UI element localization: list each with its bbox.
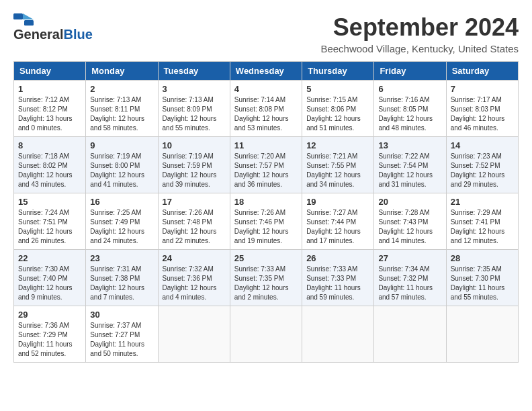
calendar-cell: 21Sunrise: 7:29 AM Sunset: 7:41 PM Dayli… xyxy=(446,193,518,250)
day-info: Sunrise: 7:19 AM Sunset: 7:59 PM Dayligh… xyxy=(163,152,226,189)
day-number: 9 xyxy=(90,140,153,150)
day-info: Sunrise: 7:23 AM Sunset: 7:52 PM Dayligh… xyxy=(451,152,514,189)
day-number: 6 xyxy=(378,84,441,94)
calendar-cell: 1Sunrise: 7:12 AM Sunset: 8:12 PM Daylig… xyxy=(14,81,86,137)
logo: General Blue xyxy=(13,13,93,42)
day-number: 23 xyxy=(90,253,153,263)
calendar-cell: 4Sunrise: 7:14 AM Sunset: 8:08 PM Daylig… xyxy=(230,81,302,137)
day-info: Sunrise: 7:36 AM Sunset: 7:29 PM Dayligh… xyxy=(18,321,81,359)
calendar-cell: 16Sunrise: 7:25 AM Sunset: 7:49 PM Dayli… xyxy=(86,193,158,250)
day-info: Sunrise: 7:22 AM Sunset: 7:54 PM Dayligh… xyxy=(378,152,441,189)
title-section: September 2024 Beechwood Village, Kentuc… xyxy=(320,13,519,54)
day-info: Sunrise: 7:24 AM Sunset: 7:51 PM Dayligh… xyxy=(18,208,81,246)
day-number: 8 xyxy=(18,140,81,150)
day-number: 27 xyxy=(378,253,441,263)
day-info: Sunrise: 7:27 AM Sunset: 7:44 PM Dayligh… xyxy=(306,208,369,246)
day-info: Sunrise: 7:25 AM Sunset: 7:49 PM Dayligh… xyxy=(90,208,153,246)
calendar-cell: 20Sunrise: 7:28 AM Sunset: 7:43 PM Dayli… xyxy=(374,193,446,250)
day-number: 5 xyxy=(306,84,369,94)
calendar-cell xyxy=(230,306,302,363)
day-number: 29 xyxy=(18,310,81,320)
day-info: Sunrise: 7:16 AM Sunset: 8:05 PM Dayligh… xyxy=(378,95,441,133)
day-info: Sunrise: 7:34 AM Sunset: 7:32 PM Dayligh… xyxy=(378,265,441,302)
day-info: Sunrise: 7:37 AM Sunset: 7:27 PM Dayligh… xyxy=(90,321,153,359)
day-info: Sunrise: 7:33 AM Sunset: 7:33 PM Dayligh… xyxy=(306,265,369,302)
day-info: Sunrise: 7:19 AM Sunset: 8:00 PM Dayligh… xyxy=(90,152,153,189)
day-number: 2 xyxy=(90,84,153,94)
day-info: Sunrise: 7:29 AM Sunset: 7:41 PM Dayligh… xyxy=(451,208,514,246)
day-info: Sunrise: 7:33 AM Sunset: 7:35 PM Dayligh… xyxy=(234,265,298,302)
svg-rect-2 xyxy=(24,20,34,26)
calendar-cell xyxy=(158,306,230,363)
day-number: 13 xyxy=(378,140,441,150)
weekday-header-monday: Monday xyxy=(86,62,158,81)
calendar-cell xyxy=(302,306,374,363)
weekday-header-friday: Friday xyxy=(374,62,446,81)
calendar-cell: 3Sunrise: 7:13 AM Sunset: 8:09 PM Daylig… xyxy=(158,81,230,137)
week-row-4: 22Sunrise: 7:30 AM Sunset: 7:40 PM Dayli… xyxy=(14,250,519,306)
day-number: 3 xyxy=(163,84,226,94)
day-info: Sunrise: 7:26 AM Sunset: 7:48 PM Dayligh… xyxy=(163,208,226,246)
day-number: 14 xyxy=(451,140,514,150)
day-number: 21 xyxy=(451,197,514,207)
day-number: 7 xyxy=(451,84,514,94)
day-info: Sunrise: 7:30 AM Sunset: 7:40 PM Dayligh… xyxy=(18,265,81,302)
calendar-cell: 6Sunrise: 7:16 AM Sunset: 8:05 PM Daylig… xyxy=(374,81,446,137)
day-number: 26 xyxy=(306,253,369,263)
day-number: 18 xyxy=(234,197,298,207)
week-row-2: 8Sunrise: 7:18 AM Sunset: 8:02 PM Daylig… xyxy=(14,137,519,193)
calendar-cell: 13Sunrise: 7:22 AM Sunset: 7:54 PM Dayli… xyxy=(374,137,446,193)
day-info: Sunrise: 7:13 AM Sunset: 8:09 PM Dayligh… xyxy=(163,95,226,133)
calendar-cell: 14Sunrise: 7:23 AM Sunset: 7:52 PM Dayli… xyxy=(446,137,518,193)
day-info: Sunrise: 7:21 AM Sunset: 7:55 PM Dayligh… xyxy=(306,152,369,189)
calendar-cell xyxy=(374,306,446,363)
calendar-cell xyxy=(446,306,518,363)
week-row-1: 1Sunrise: 7:12 AM Sunset: 8:12 PM Daylig… xyxy=(14,81,519,137)
weekday-header-tuesday: Tuesday xyxy=(158,62,230,81)
weekday-header-wednesday: Wednesday xyxy=(230,62,302,81)
day-number: 30 xyxy=(90,310,153,320)
day-number: 25 xyxy=(234,253,298,263)
day-info: Sunrise: 7:13 AM Sunset: 8:11 PM Dayligh… xyxy=(90,95,153,133)
day-info: Sunrise: 7:12 AM Sunset: 8:12 PM Dayligh… xyxy=(18,95,81,133)
calendar-cell: 25Sunrise: 7:33 AM Sunset: 7:35 PM Dayli… xyxy=(230,250,302,306)
calendar-table: SundayMondayTuesdayWednesdayThursdayFrid… xyxy=(13,61,519,363)
calendar-cell: 29Sunrise: 7:36 AM Sunset: 7:29 PM Dayli… xyxy=(14,306,86,363)
weekday-header-thursday: Thursday xyxy=(302,62,374,81)
calendar-cell: 10Sunrise: 7:19 AM Sunset: 7:59 PM Dayli… xyxy=(158,137,230,193)
day-number: 11 xyxy=(234,140,298,150)
day-info: Sunrise: 7:32 AM Sunset: 7:36 PM Dayligh… xyxy=(163,265,226,302)
calendar-cell: 23Sunrise: 7:31 AM Sunset: 7:38 PM Dayli… xyxy=(86,250,158,306)
calendar-cell: 7Sunrise: 7:17 AM Sunset: 8:03 PM Daylig… xyxy=(446,81,518,137)
day-number: 12 xyxy=(306,140,369,150)
calendar-cell: 26Sunrise: 7:33 AM Sunset: 7:33 PM Dayli… xyxy=(302,250,374,306)
calendar-cell: 19Sunrise: 7:27 AM Sunset: 7:44 PM Dayli… xyxy=(302,193,374,250)
day-info: Sunrise: 7:26 AM Sunset: 7:46 PM Dayligh… xyxy=(234,208,298,246)
calendar-cell: 5Sunrise: 7:15 AM Sunset: 8:06 PM Daylig… xyxy=(302,81,374,137)
day-number: 17 xyxy=(163,197,226,207)
day-number: 24 xyxy=(163,253,226,263)
weekday-header-row: SundayMondayTuesdayWednesdayThursdayFrid… xyxy=(14,62,519,81)
calendar-cell: 28Sunrise: 7:35 AM Sunset: 7:30 PM Dayli… xyxy=(446,250,518,306)
calendar-cell: 24Sunrise: 7:32 AM Sunset: 7:36 PM Dayli… xyxy=(158,250,230,306)
day-number: 20 xyxy=(378,197,441,207)
calendar-cell: 11Sunrise: 7:20 AM Sunset: 7:57 PM Dayli… xyxy=(230,137,302,193)
calendar-cell: 15Sunrise: 7:24 AM Sunset: 7:51 PM Dayli… xyxy=(14,193,86,250)
logo-general: General xyxy=(13,27,63,42)
calendar-cell: 17Sunrise: 7:26 AM Sunset: 7:48 PM Dayli… xyxy=(158,193,230,250)
day-info: Sunrise: 7:31 AM Sunset: 7:38 PM Dayligh… xyxy=(90,265,153,302)
weekday-header-saturday: Saturday xyxy=(446,62,518,81)
day-number: 15 xyxy=(18,197,81,207)
weekday-header-sunday: Sunday xyxy=(14,62,86,81)
day-info: Sunrise: 7:14 AM Sunset: 8:08 PM Dayligh… xyxy=(234,95,298,133)
svg-marker-1 xyxy=(23,13,34,19)
day-info: Sunrise: 7:17 AM Sunset: 8:03 PM Dayligh… xyxy=(451,95,514,133)
calendar-cell: 27Sunrise: 7:34 AM Sunset: 7:32 PM Dayli… xyxy=(374,250,446,306)
calendar-cell: 2Sunrise: 7:13 AM Sunset: 8:11 PM Daylig… xyxy=(86,81,158,137)
logo-blue: Blue xyxy=(63,27,92,42)
calendar-cell: 8Sunrise: 7:18 AM Sunset: 8:02 PM Daylig… xyxy=(14,137,86,193)
day-number: 4 xyxy=(234,84,298,94)
day-number: 16 xyxy=(90,197,153,207)
day-info: Sunrise: 7:20 AM Sunset: 7:57 PM Dayligh… xyxy=(234,152,298,189)
day-number: 10 xyxy=(163,140,226,150)
